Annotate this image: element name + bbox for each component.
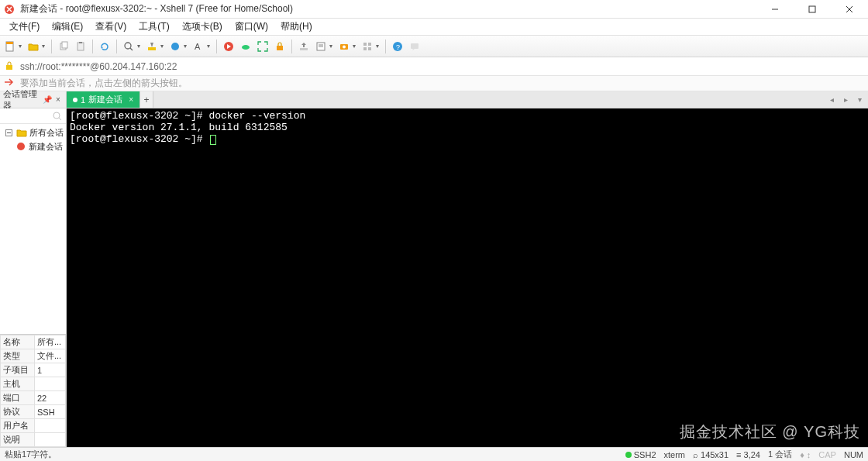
menu-window[interactable]: 窗口(W): [229, 19, 274, 35]
svg-line-34: [59, 118, 61, 120]
terminal-line: [root@flexusx-3202 ~]#: [70, 133, 208, 145]
folder-icon: [16, 127, 27, 138]
svg-rect-2: [809, 6, 815, 12]
prop-val: 文件...: [35, 349, 66, 363]
menu-tabs[interactable]: 选项卡(B): [176, 19, 229, 35]
watermark: 掘金技术社区 @ YG科技: [680, 421, 860, 442]
tabs-prev-icon[interactable]: ◂: [826, 95, 837, 105]
prop-row: 名称所有...: [1, 335, 66, 349]
svg-point-17: [242, 45, 250, 50]
dropdown-icon[interactable]: ▾: [207, 43, 212, 50]
dropdown-icon[interactable]: ▾: [137, 43, 142, 50]
close-button[interactable]: [834, 1, 865, 18]
svg-point-14: [171, 43, 179, 50]
prop-val: 所有...: [35, 335, 66, 349]
play-icon[interactable]: [222, 40, 236, 53]
minimize-button[interactable]: [760, 1, 790, 18]
toolbar: ▾ ▾ ▾ ▾ ▾ A▾ ▾ ▾ ▾ ?: [0, 36, 868, 57]
maximize-button[interactable]: [797, 1, 828, 18]
svg-rect-10: [79, 42, 82, 43]
address-bar[interactable]: ssh://root:********@60.204.147.160:22: [0, 57, 868, 76]
status-bar: 粘贴17字符。 SSH2 xterm ⌕ 145x31 ≡ 3,24 1 会话 …: [0, 447, 868, 461]
svg-rect-27: [363, 47, 367, 50]
prop-row: 说明: [1, 433, 66, 447]
tab-close-icon[interactable]: ×: [129, 95, 133, 104]
svg-text:A: A: [195, 42, 201, 51]
lock-icon[interactable]: [273, 40, 287, 53]
prop-key: 类型: [1, 349, 35, 363]
prop-val: SSH: [35, 405, 66, 419]
tree-root-label: 所有会话: [29, 127, 64, 139]
menu-edit[interactable]: 编辑(E): [46, 19, 89, 35]
sidebar-search[interactable]: [0, 108, 66, 124]
menu-help[interactable]: 帮助(H): [274, 19, 319, 35]
status-dot-icon: [625, 452, 632, 458]
new-file-icon[interactable]: [3, 40, 17, 53]
add-tab-button[interactable]: +: [140, 91, 153, 108]
color-icon[interactable]: [168, 40, 182, 53]
tabs-next-icon[interactable]: ▸: [840, 95, 851, 105]
help-icon[interactable]: ?: [391, 40, 405, 53]
menu-tools[interactable]: 工具(T): [133, 19, 175, 35]
status-sessions: 1 会话: [768, 449, 792, 460]
separator: [291, 40, 292, 53]
menu-view[interactable]: 查看(V): [89, 19, 133, 35]
session-tab-active[interactable]: 1 新建会话 ×: [67, 91, 140, 108]
session-manager-header: 会话管理器 📌 ×: [0, 91, 67, 108]
cloud-icon[interactable]: [239, 40, 253, 53]
prop-val: [35, 419, 66, 433]
script-icon[interactable]: [314, 40, 328, 53]
tree-root[interactable]: 所有会话: [2, 126, 64, 139]
svg-rect-32: [6, 65, 12, 70]
open-folder-icon[interactable]: [26, 40, 40, 53]
prop-row: 主机: [1, 377, 66, 391]
status-size: ⌕ 145x31: [693, 450, 728, 459]
minus-box-icon[interactable]: [3, 127, 14, 138]
terminal[interactable]: [root@flexusx-3202 ~]# docker --version …: [67, 108, 868, 447]
svg-rect-8: [62, 42, 67, 48]
grid-icon[interactable]: [360, 40, 374, 53]
app-icon: [3, 3, 16, 15]
paste-icon[interactable]: [74, 40, 88, 53]
font-icon[interactable]: A: [191, 40, 205, 53]
separator: [116, 40, 117, 53]
capture-icon[interactable]: [337, 40, 351, 53]
prop-row: 子项目1: [1, 363, 66, 377]
dropdown-icon[interactable]: ▾: [329, 43, 334, 50]
svg-rect-6: [6, 42, 13, 44]
tab-number: 1: [81, 95, 85, 105]
prop-key: 名称: [1, 335, 35, 349]
fullscreen-icon[interactable]: [256, 40, 270, 53]
close-panel-icon[interactable]: ×: [53, 95, 63, 105]
chat-icon[interactable]: [408, 40, 422, 53]
svg-rect-13: [148, 47, 156, 50]
status-ssh: SSH2: [625, 450, 656, 459]
prop-val: 1: [35, 363, 66, 377]
prop-val: [35, 433, 66, 447]
dropdown-icon[interactable]: ▾: [42, 43, 46, 50]
lock-small-icon: [5, 61, 16, 72]
dropdown-icon[interactable]: ▾: [160, 43, 165, 50]
highlight-icon[interactable]: [145, 40, 159, 53]
terminal-line: Docker version 27.1.1, build 6312585: [70, 122, 288, 133]
dropdown-icon[interactable]: ▾: [353, 43, 357, 50]
search-icon[interactable]: [122, 40, 136, 53]
dropdown-icon[interactable]: ▾: [184, 43, 188, 50]
svg-point-11: [125, 43, 131, 49]
prop-val: [35, 377, 66, 391]
status-nav[interactable]: ♦ ↕: [800, 450, 811, 459]
upload-icon[interactable]: [297, 40, 311, 53]
status-left: 粘贴17字符。: [5, 449, 625, 460]
prop-row: 用户名: [1, 419, 66, 433]
tree-child[interactable]: 新建会话: [2, 139, 64, 153]
copy-icon[interactable]: [57, 40, 71, 53]
terminal-output[interactable]: [root@flexusx-3202 ~]# docker --version …: [67, 108, 868, 146]
svg-rect-31: [411, 43, 418, 49]
session-manager-title: 会话管理器: [3, 88, 43, 112]
pin-icon[interactable]: 📌: [43, 95, 52, 105]
reconnect-icon[interactable]: [98, 40, 112, 53]
menu-file[interactable]: 文件(F): [3, 19, 46, 35]
dropdown-icon[interactable]: ▾: [19, 43, 23, 50]
tabs-menu-icon[interactable]: ▾: [854, 95, 865, 105]
dropdown-icon[interactable]: ▾: [376, 43, 381, 50]
